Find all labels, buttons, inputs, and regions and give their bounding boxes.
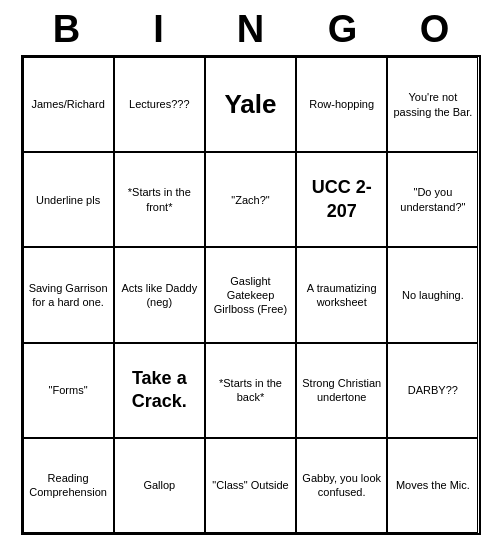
cell-4-3[interactable]: Gabby, you look confused. — [296, 438, 387, 533]
cell-2-3[interactable]: A traumatizing worksheet — [296, 247, 387, 342]
cell-3-3[interactable]: Strong Christian undertone — [296, 343, 387, 438]
title-b: B — [37, 8, 97, 51]
cell-0-4[interactable]: You're not passing the Bar. — [387, 57, 478, 152]
title-i: I — [129, 8, 189, 51]
cell-3-2[interactable]: *Starts in the back* — [205, 343, 296, 438]
cell-1-2[interactable]: "Zach?" — [205, 152, 296, 247]
cell-3-1[interactable]: Take a Crack. — [114, 343, 205, 438]
cell-2-1[interactable]: Acts like Daddy (neg) — [114, 247, 205, 342]
cell-1-3[interactable]: UCC 2-207 — [296, 152, 387, 247]
cell-0-0[interactable]: James/Richard — [23, 57, 114, 152]
title-g: G — [313, 8, 373, 51]
bingo-grid: James/Richard Lectures??? Yale Row-hoppi… — [21, 55, 481, 535]
cell-0-1[interactable]: Lectures??? — [114, 57, 205, 152]
cell-1-4[interactable]: "Do you understand?" — [387, 152, 478, 247]
title-n: N — [221, 8, 281, 51]
cell-4-1[interactable]: Gallop — [114, 438, 205, 533]
cell-3-4[interactable]: DARBY?? — [387, 343, 478, 438]
cell-4-4[interactable]: Moves the Mic. — [387, 438, 478, 533]
cell-3-0[interactable]: "Forms" — [23, 343, 114, 438]
cell-2-2-free[interactable]: Gaslight Gatekeep Girlboss (Free) — [205, 247, 296, 342]
title-o: O — [405, 8, 465, 51]
bingo-title: B I N G O — [21, 0, 481, 55]
cell-0-3[interactable]: Row-hopping — [296, 57, 387, 152]
cell-0-2[interactable]: Yale — [205, 57, 296, 152]
cell-1-0[interactable]: Underline pls — [23, 152, 114, 247]
cell-4-0[interactable]: Reading Comprehension — [23, 438, 114, 533]
cell-4-2[interactable]: "Class" Outside — [205, 438, 296, 533]
cell-2-4[interactable]: No laughing. — [387, 247, 478, 342]
cell-2-0[interactable]: Saving Garrison for a hard one. — [23, 247, 114, 342]
cell-1-1[interactable]: *Starts in the front* — [114, 152, 205, 247]
